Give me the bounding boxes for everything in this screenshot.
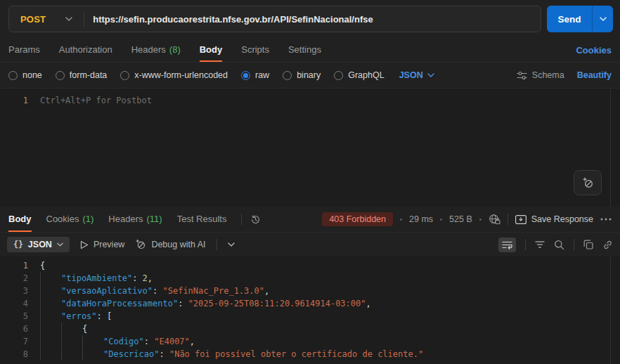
json-token-punc: { [82,323,87,335]
json-token-key: "Codigo" [103,335,144,348]
code-line: 7"Codigo": "E4007", [0,335,620,348]
json-token-punc: { [40,259,45,272]
method-select[interactable]: POST [9,6,84,32]
raw-language-select[interactable]: JSON [399,70,434,80]
tab-body[interactable]: Body [200,38,223,62]
dot-separator [440,219,442,221]
json-token-key: "dataHoraProcessamento" [61,297,178,310]
line-number: 1 [0,94,40,107]
json-token-key: "tipoAmbiente" [61,272,132,285]
tab-params[interactable]: Params [8,38,40,62]
code-line: 5"erros": [ [0,310,620,323]
indent-guide [40,285,61,297]
indent-guide [40,272,61,285]
radio-label: GraphQL [348,70,384,80]
filter-icon[interactable] [535,240,545,249]
radio-binary[interactable]: binary [283,70,321,80]
more-actions-icon[interactable] [600,218,612,221]
tab-label: Headers [108,214,143,224]
send-button[interactable]: Send [547,6,592,32]
tab-label: Body [200,44,223,55]
url-input[interactable] [84,14,541,25]
line-number: 5 [0,310,40,323]
indent-guide [40,335,61,348]
json-token-punc: : [159,348,169,360]
send-options-chevron-icon[interactable] [593,6,613,32]
indent-guide [40,348,61,360]
line-number: 1 [0,259,40,272]
indent-guide [82,348,103,360]
postbot-button[interactable] [574,170,602,195]
response-history-icon[interactable] [250,214,261,225]
radio-label: form-data [70,70,108,80]
json-token-punc: : [ [97,310,112,323]
radio-icon [56,71,65,80]
headers-count: (8) [169,44,181,55]
request-tabs: Params Authorization Headers(8) Body Scr… [0,38,620,63]
request-body-editor[interactable]: 1 Ctrl+Alt+P for Postbot [0,88,620,207]
save-response-button[interactable]: Save Response [515,214,593,224]
radio-none[interactable]: none [8,70,42,80]
response-format-select[interactable]: {} JSON [7,237,70,252]
tab-label: Cookies [46,214,79,224]
chevron-down-icon [427,73,434,77]
tab-headers[interactable]: Headers(8) [131,38,181,62]
json-token-punc: , [190,335,195,348]
json-token-num: 2 [143,272,148,285]
code-line: 6{ [0,323,620,335]
code-line: 8"Descricao": "Não foi possível obter o … [0,348,620,360]
dot-separator [400,219,402,221]
body-type-row-right: Schema Beautify [517,70,612,80]
tab-label: Params [8,44,40,55]
response-scrollbar[interactable] [610,256,620,364]
json-token-punc: : [178,297,188,310]
debug-with-ai-button[interactable]: Debug with AI [135,239,205,250]
radio-x-www-form-urlencoded[interactable]: x-www-form-urlencoded [120,70,228,80]
tab-label: Authorization [59,44,112,55]
radio-form-data[interactable]: form-data [56,70,108,80]
schema-button[interactable]: Schema [517,70,564,80]
radio-graphql[interactable]: GraphQL [334,70,384,80]
response-tab-body[interactable]: Body [8,207,32,232]
indent-guide [61,348,82,360]
word-wrap-icon[interactable] [498,238,516,252]
editor-scrollbar[interactable] [610,89,620,207]
radio-raw[interactable]: raw [241,70,269,80]
json-token-punc: , [148,272,153,285]
line-number: 4 [0,297,40,310]
headers-count: (11) [147,214,162,224]
tab-authorization[interactable]: Authorization [59,38,112,62]
request-url-row: POST Send [0,0,620,38]
preview-label: Preview [93,240,124,249]
indent-guide [61,323,82,335]
copy-icon[interactable] [583,240,593,249]
save-response-icon [515,215,527,224]
radio-icon [283,71,292,80]
tab-scripts[interactable]: Scripts [241,38,269,62]
response-body-viewer[interactable]: 1{2"tipoAmbiente": 2,3"versaoAplicativo"… [0,256,620,364]
radio-icon [8,71,18,80]
status-badge[interactable]: 403 Forbidden [322,212,393,226]
code-line: 3"versaoAplicativo": "SefinNac_Pre_1.3.0… [0,285,620,297]
link-icon[interactable] [602,240,613,250]
beautify-button[interactable]: Beautify [577,70,612,80]
code-line: 1{ [0,259,620,272]
cookies-link[interactable]: Cookies [576,45,612,56]
chevron-down-icon [65,17,72,21]
line-number: 8 [0,348,40,360]
preview-button[interactable]: Preview [80,240,124,249]
editor-line: 1 Ctrl+Alt+P for Postbot [0,89,620,107]
response-tab-cookies[interactable]: Cookies(1) [46,207,94,232]
view-options-chevron-icon[interactable] [228,242,235,247]
divider [217,239,217,250]
network-security-icon[interactable] [489,214,500,225]
sliders-icon [517,71,527,80]
dot-separator [479,219,482,221]
tab-label: Scripts [241,44,269,55]
code-line: 4"dataHoraProcessamento": "2025-09-25T08… [0,297,620,310]
search-icon[interactable] [554,240,564,250]
response-tab-test-results[interactable]: Test Results [177,207,227,232]
tab-settings[interactable]: Settings [288,38,321,62]
response-tab-headers[interactable]: Headers(11) [108,207,162,232]
response-toolbar: {} JSON Preview Debug with AI [0,233,620,256]
